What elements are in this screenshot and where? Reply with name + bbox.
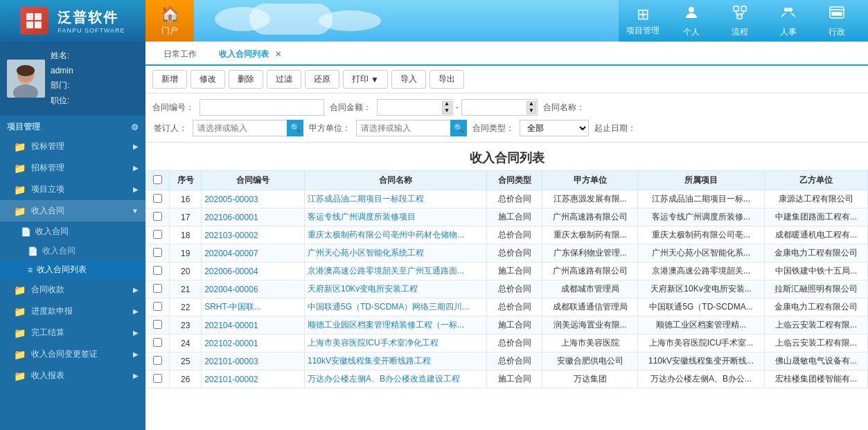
add-button[interactable]: 新增 bbox=[152, 70, 187, 89]
sidebar-sub-item-income-contract-1[interactable]: 📄 收入合同 bbox=[0, 222, 145, 242]
row-contract-num[interactable]: 202104-00001 bbox=[202, 316, 305, 334]
sidebar-settings-icon[interactable]: ⚙ bbox=[131, 123, 139, 132]
row-contract-name[interactable]: 天府新区10Kv变电所安装工程 bbox=[304, 280, 486, 298]
row-project: 广州天心苑小区智能化系... bbox=[637, 244, 764, 262]
row-checkbox[interactable] bbox=[153, 356, 162, 365]
filter-button[interactable]: 过滤 bbox=[267, 70, 301, 89]
row-checkbox-cell[interactable] bbox=[146, 244, 170, 262]
row-contract-name[interactable]: 中国联通5G（TD-SCDMA）网络三期四川... bbox=[304, 298, 486, 316]
row-checkbox[interactable] bbox=[153, 302, 162, 311]
row-contract-name[interactable]: 重庆太极制药有限公司亳州中药材仓储物... bbox=[304, 226, 486, 244]
sidebar-item-income-report-label: 收入报表 bbox=[31, 370, 64, 382]
row-contract-name[interactable]: 广州天心苑小区智能化系统工程 bbox=[304, 244, 486, 262]
table-row[interactable]: 16 202005-00003 江苏成品油二期项目一标段工程 总价合同 江苏惠源… bbox=[146, 190, 868, 208]
sidebar-sub-sub-item-income-contract-2[interactable]: 📄 收入合同 bbox=[0, 242, 145, 260]
sidebar-sub-sub-item-income-contract-list[interactable]: ≡ 收入合同列表 bbox=[0, 260, 145, 279]
row-party-a: 成都联通通信管理局 bbox=[542, 298, 637, 316]
row-checkbox[interactable] bbox=[153, 338, 162, 347]
sidebar-item-contract-collection[interactable]: 📁 合同收款 ▶ bbox=[0, 279, 145, 301]
row-checkbox-cell[interactable] bbox=[146, 334, 170, 352]
row-checkbox-cell[interactable] bbox=[146, 280, 170, 298]
row-checkbox-cell[interactable] bbox=[146, 208, 170, 226]
print-button[interactable]: 打印 ▼ bbox=[343, 70, 388, 89]
export-button[interactable]: 导出 bbox=[429, 70, 464, 89]
amount-min-down-arrow[interactable]: ▼ bbox=[442, 108, 452, 114]
nav-item-hr[interactable]: 人事 bbox=[764, 0, 813, 42]
row-contract-name[interactable]: 顺德工业园区档案管理精装修工程（一标... bbox=[304, 316, 486, 334]
nav-item-admin[interactable]: 行政 bbox=[813, 0, 861, 42]
table-row[interactable]: 22 SRHT-中国联... 中国联通5G（TD-SCDMA）网络三期四川...… bbox=[146, 298, 868, 316]
contract-type-select[interactable]: 全部 总价合同 施工合同 其他 bbox=[520, 120, 589, 136]
row-checkbox-cell[interactable] bbox=[146, 262, 170, 280]
tab-daily-work[interactable]: 日常工作 bbox=[152, 44, 208, 66]
sidebar-item-completion-settlement[interactable]: 📁 完工结算 ▶ bbox=[0, 322, 145, 343]
home-button[interactable]: 🏠 门户 bbox=[145, 0, 194, 42]
nav-item-project-mgmt[interactable]: ⊞ 项目管理 bbox=[619, 0, 667, 42]
row-contract-name[interactable]: 110kV安徽线程集变开断线路工程 bbox=[304, 352, 486, 370]
table-row[interactable]: 21 202004-00006 天府新区10Kv变电所安装工程 总价合同 成都城… bbox=[146, 280, 868, 298]
tab-close-icon[interactable]: ✕ bbox=[275, 50, 281, 58]
table-row[interactable]: 18 202103-00002 重庆太极制药有限公司亳州中药材仓储物... 总价… bbox=[146, 226, 868, 244]
sidebar-item-project-setup[interactable]: 📁 项目立项 ▶ bbox=[0, 179, 145, 200]
row-checkbox[interactable] bbox=[153, 248, 162, 257]
row-contract-name[interactable]: 上海市美容医院ICU手术室净化工程 bbox=[304, 334, 486, 352]
amount-max-down-arrow[interactable]: ▼ bbox=[526, 108, 536, 114]
sidebar-item-progress-payment[interactable]: 📁 进度款申报 ▶ bbox=[0, 301, 145, 322]
sidebar-item-income-contract[interactable]: 📁 收入合同 ▼ bbox=[0, 200, 145, 222]
row-contract-name[interactable]: 客运专线广州调度所装修项目 bbox=[304, 208, 486, 226]
row-contract-num[interactable]: 202102-00001 bbox=[202, 334, 305, 352]
table-row[interactable]: 17 202106-00001 客运专线广州调度所装修项目 施工合同 广州高速路… bbox=[146, 208, 868, 226]
row-checkbox-cell[interactable] bbox=[146, 352, 170, 370]
row-contract-num[interactable]: 202106-00001 bbox=[202, 208, 305, 226]
row-checkbox[interactable] bbox=[153, 266, 162, 275]
table-row[interactable]: 23 202104-00001 顺德工业园区档案管理精装修工程（一标... 施工… bbox=[146, 316, 868, 334]
table-row[interactable]: 20 202006-00004 京港澳高速公路零境韶关至广州互通路面... 施工… bbox=[146, 262, 868, 280]
row-checkbox-cell[interactable] bbox=[146, 190, 170, 208]
delete-button[interactable]: 删除 bbox=[229, 70, 263, 89]
row-checkbox[interactable] bbox=[153, 374, 162, 383]
contract-amount-min-wrap: ▲ ▼ bbox=[377, 99, 453, 116]
amount-max-up-arrow[interactable]: ▲ bbox=[526, 101, 536, 107]
row-checkbox-cell[interactable] bbox=[146, 316, 170, 334]
row-contract-num[interactable]: 202004-00007 bbox=[202, 244, 305, 262]
row-checkbox[interactable] bbox=[153, 284, 162, 293]
amount-min-up-arrow[interactable]: ▲ bbox=[442, 101, 452, 107]
row-contract-num[interactable]: 202006-00004 bbox=[202, 262, 305, 280]
row-checkbox-cell[interactable] bbox=[146, 298, 170, 316]
sidebar-item-bid-mgmt[interactable]: 📁 投标管理 ▶ bbox=[0, 136, 145, 157]
table-row[interactable]: 19 202004-00007 广州天心苑小区智能化系统工程 总价合同 广东保利… bbox=[146, 244, 868, 262]
row-checkbox[interactable] bbox=[153, 212, 162, 221]
select-all-checkbox[interactable] bbox=[153, 175, 162, 184]
row-checkbox-cell[interactable] bbox=[146, 370, 170, 388]
signer-search-button[interactable]: 🔍 bbox=[287, 120, 303, 136]
import-button[interactable]: 导入 bbox=[391, 70, 426, 89]
sidebar-item-contract-change[interactable]: 📁 收入合同变更签证 ▶ bbox=[0, 343, 145, 365]
party-a-search-button[interactable]: 🔍 bbox=[450, 120, 467, 136]
restore-button[interactable]: 还原 bbox=[305, 70, 339, 89]
tab-income-contract-list[interactable]: 收入合同列表 ✕ bbox=[208, 44, 292, 66]
row-checkbox[interactable] bbox=[153, 230, 162, 239]
sidebar-item-tender-mgmt[interactable]: 📁 招标管理 ▶ bbox=[0, 157, 145, 179]
row-contract-name[interactable]: 京港澳高速公路零境韶关至广州互通路面... bbox=[304, 262, 486, 280]
table-row[interactable]: 24 202102-00001 上海市美容医院ICU手术室净化工程 总价合同 上… bbox=[146, 334, 868, 352]
row-contract-num[interactable]: SRHT-中国联... bbox=[202, 298, 305, 316]
table-row[interactable]: 25 202101-00003 110kV安徽线程集变开断线路工程 总价合同 安… bbox=[146, 352, 868, 370]
th-checkbox[interactable] bbox=[146, 171, 170, 190]
row-contract-num[interactable]: 202005-00003 bbox=[202, 190, 305, 208]
row-checkbox[interactable] bbox=[153, 194, 162, 203]
row-checkbox[interactable] bbox=[153, 320, 162, 329]
table-container[interactable]: 序号 合同编号 合同名称 合同类型 甲方单位 所属项目 乙方单位 16 2020… bbox=[145, 170, 868, 430]
row-contract-name[interactable]: 万达办公楼左侧A、B办公楼改造建设工程 bbox=[304, 370, 486, 388]
table-row[interactable]: 26 202101-00002 万达办公楼左侧A、B办公楼改造建设工程 施工合同… bbox=[146, 370, 868, 388]
row-contract-num[interactable]: 202101-00003 bbox=[202, 352, 305, 370]
nav-item-workflow[interactable]: 流程 bbox=[716, 0, 764, 42]
nav-item-personal[interactable]: 个人 bbox=[667, 0, 716, 42]
sidebar-item-income-report[interactable]: 📁 收入报表 ▶ bbox=[0, 365, 145, 386]
row-contract-num[interactable]: 202103-00002 bbox=[202, 226, 305, 244]
row-contract-name[interactable]: 江苏成品油二期项目一标段工程 bbox=[304, 190, 486, 208]
row-contract-num[interactable]: 202101-00002 bbox=[202, 370, 305, 388]
contract-num-input[interactable] bbox=[200, 99, 324, 116]
edit-button[interactable]: 修改 bbox=[191, 70, 225, 89]
row-contract-num[interactable]: 202004-00006 bbox=[202, 280, 305, 298]
row-checkbox-cell[interactable] bbox=[146, 226, 170, 244]
